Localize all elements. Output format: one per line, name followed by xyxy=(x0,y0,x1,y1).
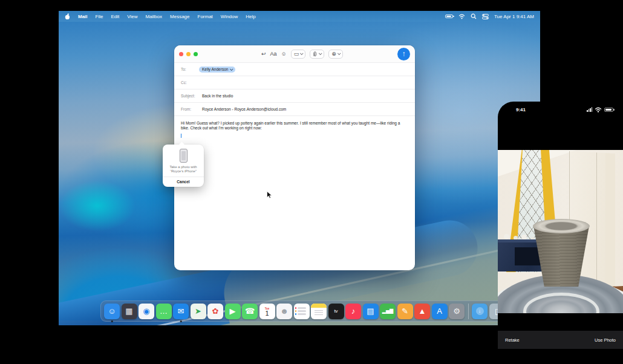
to-label: To: xyxy=(181,67,199,71)
menu-bar: MailFileEditViewMailboxMessageFormatWind… xyxy=(59,11,540,22)
signal-icon xyxy=(587,107,592,112)
menu-items: MailFileEditViewMailboxMessageFormatWind… xyxy=(65,13,256,20)
dock-icon-facetime[interactable]: ▶ xyxy=(225,304,241,319)
insert-from-device-icon[interactable]: ⊕ xyxy=(328,50,343,59)
dock-icon-photos[interactable]: ✿ xyxy=(207,304,223,319)
cc-field[interactable]: Cc: xyxy=(174,76,415,89)
close-button[interactable] xyxy=(179,52,183,56)
subject-label: Subject: xyxy=(181,94,202,98)
dock-icon-music[interactable]: ♪ xyxy=(345,304,361,319)
menu-file[interactable]: File xyxy=(96,14,103,19)
dock-icon-downloads[interactable]: ↓ xyxy=(472,304,488,319)
dock-icon-tv[interactable]: tv xyxy=(328,304,344,319)
retake-button[interactable]: Retake xyxy=(505,337,520,343)
dock-icon-safari[interactable]: ◉ xyxy=(139,304,154,319)
dock-icon-notes[interactable] xyxy=(311,304,327,319)
dock-icon-app-store[interactable]: A xyxy=(432,304,448,319)
dock-icon-pages[interactable]: ✎ xyxy=(397,304,413,319)
menu-edit[interactable]: Edit xyxy=(111,14,119,19)
iphone-clock: 9:41 xyxy=(516,107,526,112)
from-field[interactable]: From: Royce Anderson - Royce.Anderson@ic… xyxy=(174,102,415,115)
camera-photo-preview xyxy=(498,150,623,313)
minimize-button[interactable] xyxy=(186,52,191,56)
running-indicator xyxy=(180,320,182,322)
camera-action-bar: Retake Use Photo xyxy=(498,331,623,349)
search-icon[interactable] xyxy=(471,13,477,19)
dock-icon-system-settings[interactable]: ⚙ xyxy=(449,304,465,319)
chevron-down-icon xyxy=(230,67,233,71)
dock-icon-numbers[interactable]: ▂▅▇ xyxy=(380,304,396,319)
dock-icon-messages[interactable]: … xyxy=(156,304,172,319)
cc-label: Cc: xyxy=(181,80,199,85)
chevron-down-icon xyxy=(319,51,322,55)
recipient-token[interactable]: Kelly Anderson xyxy=(199,67,235,73)
dock-icon-finder[interactable]: ☺ xyxy=(104,304,120,319)
from-value: Royce Anderson - Royce.Anderson@icloud.c… xyxy=(202,107,286,111)
undo-icon[interactable]: ↩ xyxy=(261,51,266,57)
apple-logo-icon[interactable] xyxy=(65,13,70,20)
menu-mailbox[interactable]: Mailbox xyxy=(145,14,162,19)
popup-title: Take a photo with “Royce’s iPhone” xyxy=(163,165,204,174)
text-cursor xyxy=(181,134,181,138)
dock-icon-launchpad[interactable]: ▦ xyxy=(122,304,137,319)
running-indicator xyxy=(111,320,113,322)
window-titlebar[interactable]: ↩ Aa ☺ ▭ ⊕ ↑ xyxy=(174,45,415,62)
screen: MailFileEditViewMailboxMessageFormatWind… xyxy=(0,0,623,364)
menu-message[interactable]: Message xyxy=(170,14,189,19)
dock-icon-games[interactable]: ▲ xyxy=(414,304,430,319)
dock: ☺▦◉…✉➤✿▶☎Tue1☻tv♪▤▂▅▇✎▲A⚙↓▯ xyxy=(100,301,509,322)
dock-icon-keynote[interactable]: ▤ xyxy=(363,304,379,319)
to-field[interactable]: To: Kelly Anderson xyxy=(174,62,415,76)
zoom-button[interactable] xyxy=(194,52,198,56)
menu-help[interactable]: Help xyxy=(246,14,255,19)
dock-icon-calendar[interactable]: Tue1 xyxy=(259,304,275,319)
dock-icon-phone[interactable]: ☎ xyxy=(242,304,258,319)
dock-icon-contacts[interactable]: ☻ xyxy=(276,304,292,319)
status-icons: Tue Apr 1 9:41 AM xyxy=(445,13,534,19)
photo-browser-icon[interactable]: ▭ xyxy=(291,50,306,59)
iphone-icon xyxy=(180,149,188,163)
desktop[interactable]: MailFileEditViewMailboxMessageFormatWind… xyxy=(59,11,540,325)
attach-icon[interactable] xyxy=(310,50,324,59)
dock-icon-mail[interactable]: ✉ xyxy=(173,304,189,319)
menu-format[interactable]: Format xyxy=(198,14,213,19)
dock-icon-maps[interactable]: ➤ xyxy=(191,304,206,319)
dock-divider xyxy=(468,304,469,319)
format-icon[interactable]: Aa xyxy=(270,51,277,57)
subject-field[interactable]: Subject: Back in the studio xyxy=(174,89,415,102)
menu-view[interactable]: View xyxy=(127,14,137,19)
from-label: From: xyxy=(181,107,202,111)
message-text: Hi Mom! Guess what? I picked up pottery … xyxy=(181,121,405,131)
iphone-status-bar: 9:41 xyxy=(498,102,623,117)
mail-compose-window: ↩ Aa ☺ ▭ ⊕ ↑ To: Kelly Anderson xyxy=(174,45,415,270)
dock-icon-reminders[interactable] xyxy=(294,304,310,319)
iphone-screen: 9:41 xyxy=(498,102,623,364)
battery-icon xyxy=(604,108,613,112)
continuity-camera-popup: Take a photo with “Royce’s iPhone” Cance… xyxy=(163,145,204,187)
menu-mail[interactable]: Mail xyxy=(78,14,88,19)
wifi-icon xyxy=(595,107,602,112)
emoji-icon[interactable]: ☺ xyxy=(281,51,287,57)
battery-icon xyxy=(445,15,453,18)
shelf-pottery xyxy=(504,234,509,239)
send-button[interactable]: ↑ xyxy=(397,48,410,60)
menu-window[interactable]: Window xyxy=(221,14,238,19)
cancel-button[interactable]: Cancel xyxy=(163,177,204,187)
use-photo-button[interactable]: Use Photo xyxy=(595,337,616,343)
mouse-cursor xyxy=(267,191,273,199)
subject-value: Back in the studio xyxy=(202,94,233,98)
chevron-down-icon xyxy=(338,51,341,55)
chevron-down-icon xyxy=(300,51,304,55)
message-body[interactable]: Hi Mom! Guess what? I picked up pottery … xyxy=(174,115,415,270)
clay-bowl xyxy=(533,219,590,287)
control-center-icon[interactable] xyxy=(482,14,489,19)
wifi-icon[interactable] xyxy=(458,14,465,19)
menu-clock[interactable]: Tue Apr 1 9:41 AM xyxy=(494,14,534,19)
